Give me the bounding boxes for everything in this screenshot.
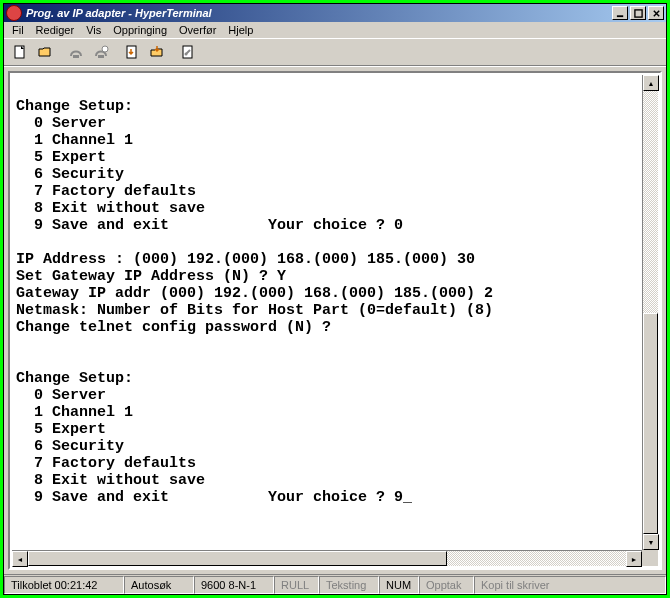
svg-rect-0 bbox=[616, 15, 622, 17]
scroll-right-button[interactable]: ► bbox=[626, 551, 642, 567]
horizontal-scroll-track[interactable] bbox=[28, 551, 626, 566]
status-caps: Teksting bbox=[319, 576, 379, 594]
svg-rect-3 bbox=[73, 55, 79, 58]
svg-rect-4 bbox=[98, 55, 104, 58]
scroll-corner bbox=[642, 550, 658, 566]
menu-view[interactable]: Vis bbox=[86, 24, 101, 36]
vertical-scroll-thumb[interactable] bbox=[643, 313, 658, 535]
terminal-output[interactable]: Change Setup: 0 Server 1 Channel 1 5 Exp… bbox=[12, 75, 642, 550]
menubar: Fil Rediger Vis Oppringing Overfør Hjelp bbox=[4, 22, 666, 38]
vertical-scroll-track[interactable] bbox=[643, 91, 658, 534]
menu-edit[interactable]: Rediger bbox=[36, 24, 75, 36]
window-title: Prog. av IP adapter - HyperTerminal bbox=[26, 7, 612, 19]
menu-call[interactable]: Oppringing bbox=[113, 24, 167, 36]
statusbar: Tilkoblet 00:21:42 Autosøk 9600 8-N-1 RU… bbox=[4, 574, 666, 594]
terminal-area: Change Setup: 0 Server 1 Channel 1 5 Exp… bbox=[4, 66, 666, 574]
svg-point-8 bbox=[185, 53, 188, 56]
scroll-up-button[interactable]: ▲ bbox=[643, 75, 659, 91]
open-button[interactable] bbox=[33, 41, 57, 63]
disconnect-button[interactable] bbox=[89, 41, 113, 63]
vertical-scrollbar[interactable]: ▲ ▼ bbox=[642, 75, 658, 550]
horizontal-scroll-thumb[interactable] bbox=[28, 551, 447, 566]
menu-file[interactable]: Fil bbox=[12, 24, 24, 36]
status-autodetect: Autosøk bbox=[124, 576, 194, 594]
toolbar bbox=[4, 38, 666, 66]
scroll-down-button[interactable]: ▼ bbox=[643, 534, 659, 550]
receive-button[interactable] bbox=[145, 41, 169, 63]
terminal-frame: Change Setup: 0 Server 1 Channel 1 5 Exp… bbox=[8, 71, 662, 570]
properties-button[interactable] bbox=[176, 41, 200, 63]
app-icon bbox=[6, 5, 22, 21]
horizontal-scrollbar[interactable]: ◄ ► bbox=[12, 550, 642, 566]
status-connect: Tilkoblet 00:21:42 bbox=[4, 576, 124, 594]
menu-help[interactable]: Hjelp bbox=[228, 24, 253, 36]
send-button[interactable] bbox=[120, 41, 144, 63]
svg-point-5 bbox=[102, 46, 108, 52]
status-settings: 9600 8-N-1 bbox=[194, 576, 274, 594]
status-print: Kopi til skriver bbox=[474, 576, 666, 594]
connect-button[interactable] bbox=[64, 41, 88, 63]
app-window: Prog. av IP adapter - HyperTerminal Fil … bbox=[3, 3, 667, 595]
status-capture: Opptak bbox=[419, 576, 474, 594]
svg-rect-1 bbox=[634, 9, 641, 16]
maximize-button[interactable] bbox=[630, 6, 646, 20]
close-button[interactable] bbox=[648, 6, 664, 20]
minimize-button[interactable] bbox=[612, 6, 628, 20]
menu-transfer[interactable]: Overfør bbox=[179, 24, 216, 36]
new-button[interactable] bbox=[8, 41, 32, 63]
status-scroll: RULL bbox=[274, 576, 319, 594]
titlebar[interactable]: Prog. av IP adapter - HyperTerminal bbox=[4, 4, 666, 22]
status-num: NUM bbox=[379, 576, 419, 594]
window-controls bbox=[612, 6, 664, 20]
scroll-left-button[interactable]: ◄ bbox=[12, 551, 28, 567]
